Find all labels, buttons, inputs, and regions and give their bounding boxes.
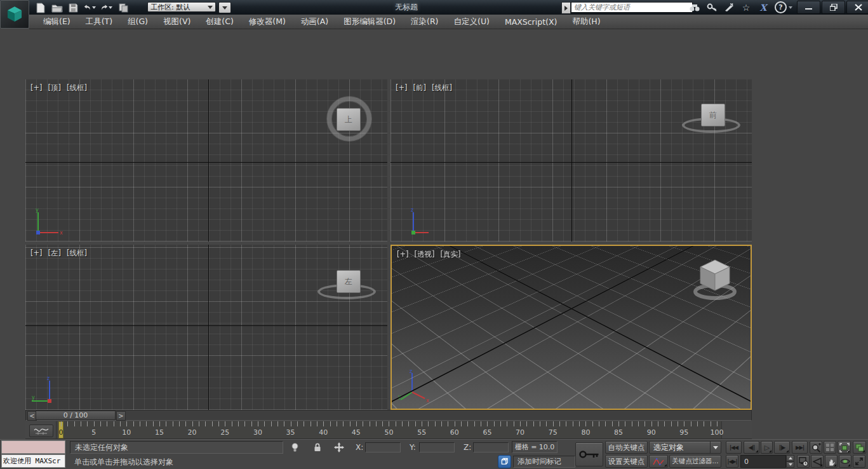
z-coordinate-field[interactable]	[473, 442, 509, 452]
viewport-label: [+] [顶] [线框]	[30, 83, 87, 93]
track-bar-ruler[interactable]: 0510152025303540455055606570758085909510…	[56, 421, 722, 438]
viewport-shading[interactable]: [线框]	[67, 83, 87, 93]
pan-view-button[interactable]	[825, 455, 838, 468]
y-coordinate-field[interactable]	[419, 442, 455, 452]
fov-cone-icon	[813, 458, 822, 466]
sign-in-key-icon[interactable]	[706, 2, 718, 13]
viewcube[interactable]: 前	[701, 104, 725, 126]
open-file-icon[interactable]	[51, 2, 63, 13]
viewport-menu-plus[interactable]: [+]	[30, 248, 43, 258]
viewport-menu-plus[interactable]: [+]	[397, 250, 409, 259]
maxscript-listener-output[interactable]	[1, 440, 65, 454]
viewport-shading[interactable]: [线框]	[67, 248, 87, 258]
project-folder-icon[interactable]	[117, 2, 129, 13]
zoom-extents-all-button[interactable]	[853, 441, 866, 454]
workspace-dropdown[interactable]: 工作区: 默认	[147, 2, 216, 12]
menu-item[interactable]: 帮助(H)	[564, 15, 608, 29]
restore-button[interactable]	[822, 1, 845, 14]
menu-item[interactable]: 创建(C)	[198, 15, 241, 29]
auto-key-toggle[interactable]: 自动关键点	[605, 441, 648, 454]
viewport-front[interactable]: [+] [前] [线框] 前 z	[391, 79, 752, 241]
absolute-offset-mode-icon[interactable]	[331, 441, 347, 454]
application-menu-button[interactable]	[0, 0, 29, 29]
viewport-name[interactable]: [前]	[413, 83, 426, 93]
frame-spinner[interactable]	[786, 455, 794, 468]
undo-icon[interactable]	[84, 2, 96, 13]
redo-icon[interactable]	[100, 2, 112, 13]
time-slider-handle[interactable]: 0 / 100	[36, 411, 116, 420]
next-frame-button[interactable]: >	[116, 411, 126, 421]
viewport-shading[interactable]: [线框]	[432, 83, 452, 93]
viewcube[interactable]: 左	[337, 270, 361, 293]
zoom-button[interactable]	[810, 441, 822, 454]
search-expand-button[interactable]	[561, 2, 571, 14]
communication-center-icon[interactable]	[723, 2, 735, 13]
maxscript-mini-listener[interactable]: 欢迎使用 MAXScr	[1, 454, 65, 468]
ruler-frame-label: 5	[91, 428, 96, 437]
menu-item[interactable]: 图形编辑器(D)	[336, 15, 403, 29]
viewport-shading[interactable]: [真实]	[441, 250, 461, 259]
mini-curve-editor-button[interactable]	[29, 425, 53, 437]
viewport-menu-plus[interactable]: [+]	[396, 83, 408, 93]
menu-item[interactable]: 工具(T)	[78, 15, 120, 29]
menu-item[interactable]: 视图(V)	[156, 15, 198, 29]
previous-frame-button[interactable]: ◀||	[744, 441, 759, 454]
viewport-perspective-active[interactable]: [+] [透视] [真实] z y x	[391, 245, 752, 410]
go-to-end-button[interactable]: ▶▶|	[792, 441, 808, 454]
minimize-button[interactable]	[797, 1, 820, 14]
next-frame-button[interactable]: ||▶	[774, 441, 790, 454]
viewport-menu-plus[interactable]: [+]	[30, 83, 43, 93]
menu-item[interactable]: 渲染(R)	[403, 15, 446, 29]
menu-item[interactable]: 修改器(M)	[241, 15, 293, 29]
selection-lock-icon[interactable]	[310, 441, 325, 454]
new-scene-icon[interactable]	[34, 2, 46, 13]
pan-hand-icon	[827, 457, 836, 466]
maximize-viewport-toggle[interactable]	[853, 455, 865, 468]
redo-dropdown-icon[interactable]	[109, 6, 112, 9]
set-key-toggle[interactable]: 设置关键点	[605, 455, 648, 468]
selection-set-dropdown[interactable]: 选定对象	[649, 441, 721, 454]
viewport-name[interactable]: [顶]	[48, 83, 61, 93]
zoom-all-icon	[825, 443, 834, 452]
key-filters-button[interactable]: 关键点过滤器...	[669, 455, 721, 468]
current-frame-field[interactable]: 0	[740, 455, 786, 468]
menu-item[interactable]: 编辑(E)	[36, 15, 78, 29]
menu-item[interactable]: MAXScript(X)	[497, 15, 564, 29]
zoom-extents-button[interactable]	[838, 441, 851, 454]
go-to-start-button[interactable]: |◀◀	[726, 441, 742, 454]
x-coordinate-field[interactable]	[365, 442, 401, 452]
spinner-down-icon[interactable]	[786, 461, 794, 468]
undo-dropdown-icon[interactable]	[92, 6, 96, 9]
viewport-left[interactable]: [+] [左] [线框] 左 z y	[25, 245, 387, 410]
viewcube[interactable]: 上	[337, 108, 361, 131]
menu-item[interactable]: 动画(A)	[293, 15, 336, 29]
default-in-out-tangents-button[interactable]	[649, 455, 668, 468]
close-button[interactable]	[846, 1, 868, 14]
viewcube-3d[interactable]	[690, 255, 740, 301]
viewport-name[interactable]: [透视]	[415, 250, 435, 259]
time-configuration-button[interactable]	[797, 455, 810, 468]
time-slider-track[interactable]: < 0 / 100 >	[25, 410, 752, 421]
menu-item[interactable]: 组(G)	[120, 15, 156, 29]
save-file-icon[interactable]	[67, 2, 79, 13]
adaptive-degradation-toggle[interactable]	[498, 455, 511, 468]
key-mode-toggle[interactable]: |◀▶|	[726, 455, 738, 468]
favorites-star-icon[interactable]: ☆	[740, 2, 752, 13]
menu-item[interactable]: 自定义(U)	[446, 15, 497, 29]
isolate-selection-lightbulb-icon[interactable]	[287, 441, 302, 454]
play-animation-button[interactable]: ▷	[761, 441, 773, 454]
field-of-view-button[interactable]	[811, 455, 824, 468]
zoom-all-button[interactable]	[824, 441, 836, 454]
workspace-menu-button[interactable]	[218, 2, 231, 13]
set-keys-button[interactable]	[575, 442, 603, 466]
add-time-tag[interactable]: 添加时间标记	[513, 456, 575, 468]
viewport-name[interactable]: [左]	[48, 248, 61, 258]
search-binoculars-icon[interactable]	[689, 2, 700, 13]
orbit-button[interactable]	[839, 455, 851, 468]
viewport-top[interactable]: [+] [顶] [线框] 上 y x	[25, 79, 387, 241]
search-input[interactable]	[571, 2, 693, 13]
spinner-up-icon[interactable]	[786, 455, 794, 461]
help-menu[interactable]: ?	[775, 1, 792, 13]
exchange-apps-icon[interactable]: X	[758, 2, 769, 13]
ruler-frame-label: 30	[253, 428, 262, 437]
